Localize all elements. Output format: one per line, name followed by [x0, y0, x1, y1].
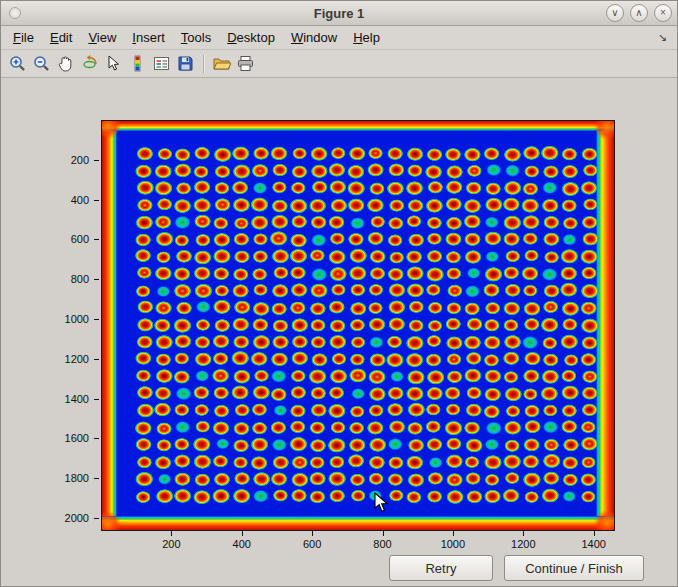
y-tick-label: 1200 [35, 353, 89, 365]
x-tick-mark [383, 531, 384, 536]
pan-icon [56, 54, 75, 73]
dock-arrow-icon[interactable]: ↘ [652, 31, 673, 44]
x-tick-label: 600 [303, 538, 321, 550]
colorbar-button[interactable] [126, 52, 149, 75]
maximize-button[interactable]: ∧ [630, 4, 648, 22]
figure-window: Figure 1 ∨∧× FileEditViewInsertToolsDesk… [0, 0, 678, 587]
y-tick-mark [94, 518, 99, 519]
save-icon [176, 54, 195, 73]
x-tick-label: 800 [373, 538, 391, 550]
x-tick-mark [312, 531, 313, 536]
y-tick-mark [94, 478, 99, 479]
x-tick-mark [523, 531, 524, 536]
window-title: Figure 1 [1, 6, 677, 21]
save-button[interactable] [174, 52, 197, 75]
menu-item-file[interactable]: File [5, 27, 42, 48]
zoom-out-button[interactable] [30, 52, 53, 75]
x-tick-mark [594, 531, 595, 536]
menu-item-help[interactable]: Help [345, 27, 388, 48]
microarray-image-canvas[interactable] [102, 121, 614, 530]
data-cursor-button[interactable] [102, 52, 125, 75]
zoom-out-icon [32, 54, 51, 73]
x-tick-label: 200 [162, 538, 180, 550]
x-tick-label: 400 [233, 538, 251, 550]
zoom-in-icon [8, 54, 27, 73]
legend-button[interactable] [150, 52, 173, 75]
print-button[interactable] [234, 52, 257, 75]
rotate-3d-button[interactable] [78, 52, 101, 75]
y-tick-label: 1000 [35, 313, 89, 325]
y-tick-label: 800 [35, 273, 89, 285]
menu-item-tools[interactable]: Tools [173, 27, 219, 48]
y-tick-mark [94, 319, 99, 320]
menu-item-edit[interactable]: Edit [42, 27, 80, 48]
x-tick-label: 1200 [511, 538, 535, 550]
y-tick-mark [94, 438, 99, 439]
colorbar-icon [128, 54, 147, 73]
x-tick-mark [171, 531, 172, 536]
y-tick-label: 1600 [35, 432, 89, 444]
shade-button[interactable]: ∨ [606, 4, 624, 22]
print-icon [236, 54, 255, 73]
legend-icon [152, 54, 171, 73]
rotate-3d-icon [80, 54, 99, 73]
y-tick-mark [94, 359, 99, 360]
y-tick-label: 2000 [35, 512, 89, 524]
toolbar [1, 50, 677, 78]
continue-finish-button[interactable]: Continue / Finish [504, 555, 644, 581]
y-tick-mark [94, 279, 99, 280]
y-tick-label: 400 [35, 194, 89, 206]
y-tick-mark [94, 239, 99, 240]
close-button[interactable]: × [654, 4, 672, 22]
y-tick-label: 1800 [35, 472, 89, 484]
menu-item-desktop[interactable]: Desktop [219, 27, 283, 48]
data-cursor-icon [104, 54, 123, 73]
window-controls: ∨∧× [600, 4, 672, 22]
x-tick-label: 1000 [441, 538, 465, 550]
menu-item-insert[interactable]: Insert [124, 27, 173, 48]
y-tick-label: 1400 [35, 393, 89, 405]
menu-item-window[interactable]: Window [283, 27, 345, 48]
menu-bar: FileEditViewInsertToolsDesktopWindowHelp… [1, 26, 677, 50]
axes [101, 120, 615, 531]
toolbar-separator [203, 55, 204, 73]
figure-area: Retry Continue / Finish 2004006008001000… [1, 79, 677, 586]
y-tick-mark [94, 160, 99, 161]
retry-button[interactable]: Retry [389, 555, 493, 581]
zoom-in-button[interactable] [6, 52, 29, 75]
y-tick-mark [94, 399, 99, 400]
y-tick-mark [94, 200, 99, 201]
x-tick-mark [242, 531, 243, 536]
x-tick-label: 1400 [581, 538, 605, 550]
pan-button[interactable] [54, 52, 77, 75]
y-tick-label: 600 [35, 233, 89, 245]
x-tick-mark [453, 531, 454, 536]
open-icon [212, 54, 231, 73]
open-button[interactable] [210, 52, 233, 75]
menu-item-view[interactable]: View [80, 27, 124, 48]
titlebar[interactable]: Figure 1 ∨∧× [1, 1, 677, 26]
y-tick-label: 200 [35, 154, 89, 166]
